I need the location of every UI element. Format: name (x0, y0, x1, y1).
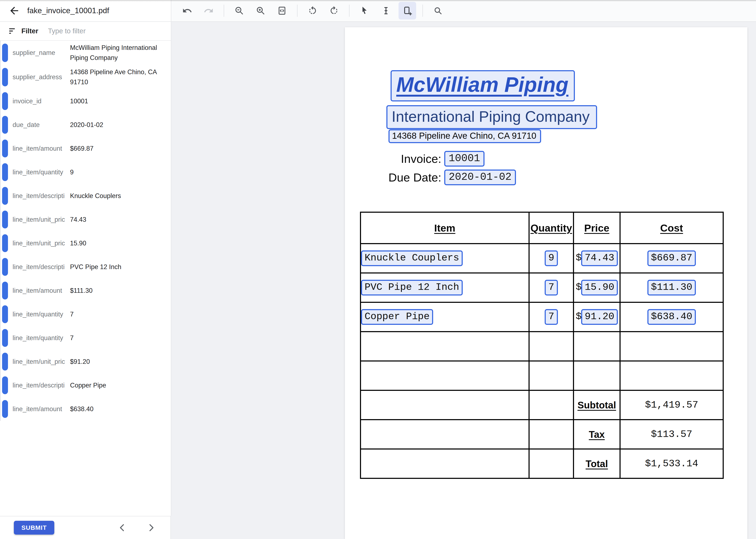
col-header-cost: Cost (620, 212, 723, 244)
empty-cell (361, 332, 529, 361)
field-row[interactable]: line_item/quantity 7 (0, 302, 171, 326)
quantity-cell: 7 (529, 302, 574, 332)
field-value: 7 (70, 333, 162, 343)
toolbar-divider (297, 5, 297, 17)
field-row[interactable]: line_item/unit_price 74.43 (0, 208, 171, 231)
search-button[interactable] (429, 2, 447, 20)
field-row[interactable]: line_item/amount $111.30 (0, 279, 171, 302)
supplier-address-annotation[interactable]: 14368 Pipeline Ave Chino, CA 91710 (388, 129, 541, 143)
field-key: line_item/quantity (13, 311, 65, 318)
field-key: invoice_id (13, 98, 65, 105)
field-value: 2020-01-02 (70, 120, 162, 130)
col-header-item: Item (361, 212, 529, 244)
table-item-row: PVC Pipe 12 Inch 7 $15.90 $111.30 (361, 273, 723, 302)
unit-price-annotation[interactable]: 15.90 (581, 280, 618, 295)
empty-cell (361, 361, 529, 390)
filter-input[interactable]: Type to filter (48, 27, 86, 35)
field-indicator-bar (2, 187, 8, 205)
empty-cell (529, 332, 574, 361)
field-value: 14368 Pipeline Ave Chino, CA 91710 (70, 67, 162, 87)
fit-to-page-button[interactable] (273, 2, 291, 20)
field-value: 15.90 (70, 238, 162, 248)
chevron-right-icon[interactable] (146, 523, 156, 532)
field-row[interactable]: line_item/unit_price 15.90 (0, 231, 171, 255)
field-row[interactable]: line_item/amount $638.40 (0, 397, 171, 421)
redo-button[interactable] (200, 2, 217, 20)
field-row[interactable]: supplier_name McWilliam Piping Internati… (0, 40, 171, 65)
zoom-out-button[interactable] (230, 2, 248, 20)
field-row[interactable]: line_item/amount $669.87 (0, 137, 171, 160)
supplier-name-annotation-line2[interactable]: International Piping Company (386, 105, 597, 129)
currency-prefix: $ (576, 252, 582, 264)
back-button[interactable] (8, 5, 20, 17)
amount-annotation[interactable]: $111.30 (647, 280, 696, 295)
due-date-value: 2020-01-02 (449, 171, 512, 183)
invoice-label: Invoice: (368, 152, 441, 166)
amount-annotation[interactable]: $669.87 (647, 251, 696, 266)
field-key: line_item/amount (13, 405, 65, 413)
unit-price-annotation[interactable]: 91.20 (581, 309, 618, 325)
field-value: McWilliam Piping International Piping Co… (70, 43, 162, 63)
text-select-icon (381, 6, 391, 16)
cursor-icon (360, 6, 370, 16)
filter-icon (8, 27, 17, 36)
item-description-annotation[interactable]: PVC Pipe 12 Inch (361, 280, 463, 295)
invoice-id-annotation[interactable]: 10001 (444, 151, 484, 167)
zoom-in-button[interactable] (252, 2, 269, 20)
amount-annotation[interactable]: $638.40 (647, 309, 696, 325)
document-title: fake_invoice_10001.pdf (27, 6, 109, 15)
field-value: 10001 (70, 96, 162, 106)
field-row[interactable]: line_item/descripti… Copper Pipe (0, 373, 171, 397)
currency-prefix: $ (576, 282, 582, 293)
col-header-price: Price (574, 212, 620, 244)
price-cell: $74.43 (574, 244, 620, 273)
field-row[interactable]: due_date 2020-01-02 (0, 113, 171, 137)
supplier-name-annotation[interactable]: McWilliam Piping (390, 70, 575, 102)
quantity-annotation[interactable]: 7 (545, 280, 558, 295)
table-total-row: Total $1,533.14 (361, 449, 723, 479)
redo-icon (204, 6, 213, 16)
field-indicator-bar (2, 43, 8, 62)
field-row[interactable]: supplier_address 14368 Pipeline Ave Chin… (0, 65, 171, 89)
submit-button[interactable]: SUBMIT (14, 521, 54, 535)
empty-cell (574, 361, 620, 390)
zoom-in-icon (256, 6, 266, 16)
company-address-text: 14368 Pipeline Ave Chino, CA 91710 (392, 131, 536, 141)
item-description-annotation[interactable]: Knuckle Couplers (361, 251, 463, 266)
table-total-row: Tax $113.57 (361, 420, 723, 449)
rotate-left-button[interactable] (304, 2, 321, 20)
total-label: Tax (574, 420, 620, 449)
total-value: $113.57 (620, 420, 723, 449)
field-indicator-bar (2, 353, 8, 370)
company-subtitle-text: International Piping Company (392, 108, 590, 125)
field-key: supplier_name (13, 49, 65, 56)
filter-bar[interactable]: Filter Type to filter (0, 22, 171, 40)
undo-button[interactable] (178, 2, 196, 20)
field-row[interactable]: line_item/descripti… PVC Pipe 12 Inch (0, 255, 171, 279)
field-row[interactable]: line_item/quantity 9 (0, 160, 171, 184)
field-row[interactable]: line_item/quantity 7 (0, 326, 171, 350)
quantity-annotation[interactable]: 9 (545, 251, 558, 266)
field-row[interactable]: line_item/unit_price $91.20 (0, 350, 171, 373)
item-cell: Copper Pipe (361, 302, 529, 332)
item-description-annotation[interactable]: Copper Pipe (361, 309, 433, 325)
field-indicator-bar (2, 258, 8, 276)
empty-cell (620, 361, 723, 390)
field-value: 74.43 (70, 215, 162, 225)
field-key: line_item/unit_price (13, 358, 65, 365)
pdf-page: McWilliam Piping International Piping Co… (345, 27, 747, 539)
due-date-annotation[interactable]: 2020-01-02 (444, 170, 516, 185)
text-select-button[interactable] (377, 2, 395, 20)
quantity-annotation[interactable]: 7 (545, 309, 558, 325)
draw-annotation-box-button[interactable] (398, 2, 416, 20)
pager (118, 523, 170, 532)
field-indicator-bar (2, 282, 8, 299)
select-cursor-button[interactable] (356, 2, 374, 20)
field-key: line_item/amount (13, 287, 65, 294)
field-indicator-bar (2, 234, 8, 252)
rotate-right-button[interactable] (325, 2, 343, 20)
unit-price-annotation[interactable]: 74.43 (581, 251, 618, 266)
field-row[interactable]: line_item/descripti… Knuckle Couplers (0, 184, 171, 208)
field-row[interactable]: invoice_id 10001 (0, 89, 171, 113)
chevron-left-icon[interactable] (118, 523, 127, 532)
